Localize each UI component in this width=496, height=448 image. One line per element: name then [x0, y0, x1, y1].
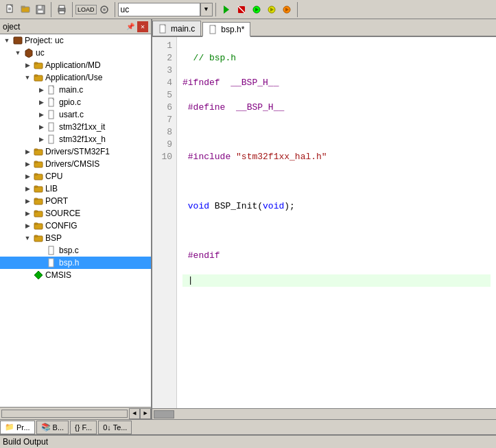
bsp-folder-icon	[33, 233, 44, 244]
print-button[interactable]	[54, 2, 69, 17]
tabs-bar: main.c bsp.h*	[152, 19, 496, 37]
tree-item-app-md[interactable]: ▶ Application/MD	[0, 59, 151, 71]
tree-item-main-c[interactable]: ▶ main.c	[0, 84, 151, 96]
svg-rect-22	[14, 37, 22, 44]
tree-item-stm-it[interactable]: ▶ stm32f1xx_it	[0, 121, 151, 133]
svg-rect-42	[34, 198, 38, 200]
tree-item-cpu[interactable]: ▶ CPU	[0, 170, 151, 182]
bottom-tab-functions[interactable]: {} F...	[70, 421, 97, 434]
pin-button[interactable]: 📌	[125, 21, 136, 32]
templates-tab-label: 0↓ Te...	[103, 423, 127, 432]
target-btn-5[interactable]	[279, 2, 294, 17]
svg-rect-40	[34, 186, 38, 187]
left-panel: oject 📌 ✕ ▼ Project: uc ▼ uc	[0, 19, 152, 419]
gpio-c-label: gpio.c	[59, 97, 81, 107]
tree-item-bsp[interactable]: ▼ BSP	[0, 232, 151, 244]
lib-label: LIB	[45, 184, 58, 193]
load-toolbar-group: LOAD	[75, 2, 115, 17]
tree-item-cmsis[interactable]: ▶ CMSIS	[0, 269, 151, 281]
status-bar: Build Output	[0, 434, 496, 448]
functions-tab-label: {} F...	[75, 423, 92, 432]
bottom-tab-project[interactable]: 📁 Pr...	[0, 421, 35, 434]
target-btn-1[interactable]	[219, 2, 234, 17]
code-editor[interactable]: 1 2 3 4 5 6 7 8 9 10 // bsp.h #ifndef __…	[152, 37, 496, 408]
hscroll-thumb[interactable]	[154, 410, 174, 418]
project-tab-icon: 📁	[5, 423, 14, 432]
tree-scroll-right[interactable]: ►	[140, 408, 151, 419]
svg-rect-32	[49, 135, 54, 143]
new-button[interactable]	[3, 2, 18, 17]
tree-hscroll-track[interactable]	[1, 410, 128, 418]
stm-it-file-icon	[47, 121, 58, 132]
drivers-stm-label: Drivers/STM32F1	[45, 147, 110, 156]
tree-item-drivers-cmsis[interactable]: ▶ Drivers/CMSIS	[0, 158, 151, 170]
root-label: Project: uc	[25, 36, 64, 45]
svg-point-12	[103, 8, 106, 11]
code-hscroll[interactable]	[152, 408, 496, 419]
main-c-tab-icon	[158, 24, 168, 34]
svg-rect-30	[49, 110, 54, 119]
code-line-5: #include "stm32f1xx_hal.h"	[182, 151, 491, 163]
stm-h-label: stm32f1xx_h	[59, 134, 106, 144]
bottom-tab-templates[interactable]: 0↓ Te...	[98, 421, 132, 434]
port-folder-icon	[33, 196, 44, 207]
cpu-expand-icon: ▶	[22, 171, 33, 182]
main-area: oject 📌 ✕ ▼ Project: uc ▼ uc	[0, 19, 496, 419]
tree-container[interactable]: ▼ Project: uc ▼ uc ▶ Applicatio	[0, 34, 151, 407]
load-label: LOAD	[75, 5, 97, 14]
load-button[interactable]	[97, 2, 112, 17]
bsp-c-label: bsp.c	[59, 246, 79, 255]
tree-item-gpio-c[interactable]: ▶ gpio.c	[0, 96, 151, 108]
tree-item-drivers-stm[interactable]: ▶ Drivers/STM32F1	[0, 145, 151, 158]
root-project-icon	[12, 35, 23, 46]
code-line-3: #define __BSP_H__	[182, 102, 491, 114]
svg-rect-49	[49, 246, 54, 255]
tab-bsp-h[interactable]: bsp.h*	[202, 22, 250, 37]
tree-item-uc[interactable]: ▼ uc	[0, 47, 151, 59]
save-button[interactable]	[33, 2, 48, 17]
drivers-stm-expand-icon: ▶	[22, 146, 33, 157]
tree-item-bsp-c[interactable]: ▶ bsp.c	[0, 244, 151, 257]
tree-scroll-left[interactable]: ◄	[129, 408, 140, 419]
open-button[interactable]	[18, 2, 33, 17]
project-name-input[interactable]	[118, 3, 200, 16]
source-label: SOURCE	[45, 209, 80, 218]
tree-root[interactable]: ▼ Project: uc	[0, 34, 151, 47]
project-dropdown[interactable]: ▼	[200, 3, 213, 16]
svg-rect-52	[160, 25, 165, 33]
code-content[interactable]: // bsp.h #ifndef __BSP_H__ #define __BSP…	[177, 37, 496, 408]
tree-item-port[interactable]: ▶ PORT	[0, 195, 151, 207]
svg-rect-25	[34, 62, 38, 64]
line-numbers: 1 2 3 4 5 6 7 8 9 10	[152, 37, 177, 408]
tree-item-bsp-h[interactable]: ▶ bsp.h	[0, 257, 151, 269]
bottom-tab-books[interactable]: 📚 B...	[36, 421, 69, 434]
gpio-c-file-icon	[47, 97, 58, 108]
tab-main-c[interactable]: main.c	[152, 21, 201, 36]
tree-item-source[interactable]: ▶ SOURCE	[0, 207, 151, 220]
target-btn-4[interactable]	[264, 2, 279, 17]
tree-item-app-use[interactable]: ▼ Application/Use	[0, 71, 151, 84]
code-line-8	[182, 225, 491, 237]
config-expand-icon: ▶	[22, 220, 33, 231]
close-panel-button[interactable]: ✕	[137, 21, 148, 32]
target-btn-2[interactable]	[234, 2, 249, 17]
tree-item-usart-c[interactable]: ▶ usart.c	[0, 108, 151, 121]
stm-h-file-icon	[47, 134, 58, 145]
main-c-label: main.c	[59, 85, 83, 95]
svg-rect-9	[59, 5, 64, 8]
uc-label: uc	[36, 48, 45, 58]
tree-item-stm-h[interactable]: ▶ stm32f1xx_h	[0, 133, 151, 145]
cmsis-label: CMSIS	[45, 270, 71, 280]
target-btn-3[interactable]	[249, 2, 264, 17]
tree-item-lib[interactable]: ▶ LIB	[0, 182, 151, 195]
cpu-folder-icon	[33, 171, 44, 182]
svg-rect-36	[34, 161, 38, 163]
svg-marker-13	[224, 5, 229, 14]
svg-rect-31	[49, 123, 54, 131]
tree-item-config[interactable]: ▶ CONFIG	[0, 220, 151, 232]
svg-rect-44	[34, 211, 38, 212]
port-expand-icon: ▶	[22, 196, 33, 207]
main-c-file-icon	[47, 84, 58, 95]
bsp-h-tab-icon	[209, 25, 218, 34]
code-line-1: // bsp.h	[182, 52, 491, 64]
